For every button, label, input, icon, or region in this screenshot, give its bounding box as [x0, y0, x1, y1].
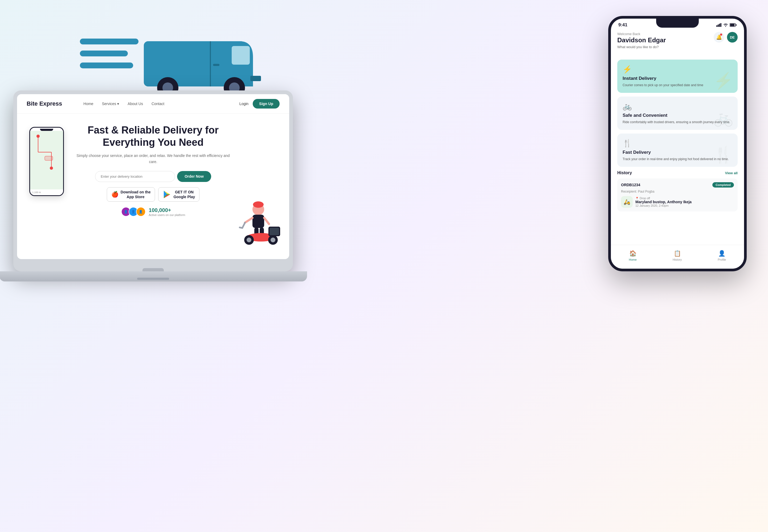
google-play-text: GET IT ON Google Play	[173, 190, 195, 199]
order-recipient: Receipient: Paul Pogba	[621, 190, 734, 193]
phone-bottom-bar: 1,100 m	[30, 189, 63, 195]
battery-icon	[730, 23, 737, 27]
store-badges: 🍎 Download on the App Store	[74, 187, 232, 202]
safe-convenient-card[interactable]: 🚲 Safe and Convenient Ride comfortably w…	[617, 97, 738, 130]
google-play-badge[interactable]: GET IT ON Google Play	[158, 187, 200, 202]
wifi-icon	[723, 23, 728, 27]
safe-bg-icon: 🚲	[713, 108, 733, 127]
mobile-header-row: Welcome Back Davidson Edgar What would y…	[617, 32, 738, 54]
greeting-small: Welcome Back	[617, 32, 666, 36]
truck-svg	[80, 12, 266, 97]
bottom-nav-home[interactable]: 🏠 Home	[629, 250, 637, 261]
svg-point-17	[50, 167, 53, 170]
truck-illustration	[53, 5, 293, 104]
fast-delivery-card[interactable]: 🍴 Fast Delivery Track your order in real…	[617, 134, 738, 167]
svg-point-34	[271, 238, 275, 242]
header-actions: 🔔 DE	[714, 32, 738, 43]
svg-line-27	[264, 218, 269, 224]
status-icons	[716, 23, 737, 27]
laptop-wrapper: Bite Express Home Services ▾ About Us Co…	[13, 90, 293, 282]
svg-rect-39	[716, 25, 717, 27]
web-hero: 1,100 m Fast & Reliable Delivery for Eve…	[17, 114, 289, 257]
app-store-text: Download on the App Store	[121, 190, 151, 199]
history-title: History	[617, 171, 632, 175]
svg-rect-42	[720, 23, 721, 27]
drop-off-label: Drop off	[635, 197, 692, 200]
user-count-number: 100,000+	[149, 207, 185, 213]
bottom-nav-history[interactable]: 📋 History	[673, 250, 682, 261]
order-now-button[interactable]: Order Now	[177, 171, 211, 182]
user-count-text: 100,000+ Active users on our platform	[149, 207, 185, 217]
web-nav-actions: Login Sign Up	[240, 99, 280, 109]
user-count-label: Active users on our platform	[149, 213, 185, 217]
bottom-nav-profile[interactable]: 👤 Profile	[718, 250, 726, 261]
user-avatar-button[interactable]: DE	[727, 32, 738, 43]
laptop-screen: Bite Express Home Services ▾ About Us Co…	[17, 94, 289, 259]
signal-icon	[716, 23, 722, 27]
laptop-base: MacBook Pro	[0, 271, 307, 281]
mobile-content: Welcome Back Davidson Edgar What would y…	[611, 28, 744, 262]
nav-contact[interactable]: Contact	[151, 102, 164, 106]
order-detail-text: Drop off Maryland bustop, Anthony Ikeja …	[635, 197, 692, 207]
web-nav-links: Home Services ▾ About Us Contact	[83, 102, 240, 106]
order-address: Maryland bustop, Anthony Ikeja	[635, 200, 692, 204]
user-count-row: 👤 👤 👤 100,000+ Active users on our p	[74, 207, 232, 217]
history-nav-icon: 📋	[674, 250, 681, 257]
mobile-status-bar: 9:41	[611, 19, 744, 28]
user-avatars: 👤 👤 👤	[121, 207, 146, 217]
web-navbar: Bite Express Home Services ▾ About Us Co…	[17, 94, 289, 114]
hero-center: Fast & Reliable Delivery for Everything …	[69, 122, 237, 257]
status-time: 9:41	[618, 22, 628, 28]
svg-rect-1	[80, 51, 128, 56]
avatar-3: 👤	[136, 207, 146, 217]
login-button[interactable]: Login	[240, 102, 249, 106]
svg-rect-36	[270, 228, 279, 235]
delivery-location-input[interactable]	[95, 171, 175, 182]
hero-title: Fast & Reliable Delivery for Everything …	[74, 124, 232, 148]
hero-search-row: Order Now	[74, 171, 232, 182]
greeting-name: Davidson Edgar	[617, 36, 666, 44]
sub-question: What would you like to do?	[617, 45, 666, 49]
svg-rect-5	[250, 76, 261, 81]
nav-home[interactable]: Home	[83, 102, 93, 106]
svg-rect-2	[80, 63, 133, 68]
svg-point-32	[247, 238, 251, 242]
mobile-greeting: Welcome Back Davidson Edgar What would y…	[617, 32, 666, 54]
signup-button[interactable]: Sign Up	[253, 99, 280, 109]
web-logo: Bite Express	[27, 100, 62, 107]
svg-rect-4	[232, 46, 250, 65]
notification-button[interactable]: 🔔	[714, 32, 724, 43]
order-detail-row: 🛵 Drop off Maryland bustop, Anthony Ikej…	[621, 196, 734, 208]
fast-bg-icon: 🍴	[713, 145, 733, 164]
hero-right	[237, 122, 280, 257]
apple-icon: 🍎	[111, 191, 118, 198]
nav-about[interactable]: About Us	[127, 102, 143, 106]
laptop-notch	[142, 268, 164, 271]
instant-delivery-card[interactable]: ⚡ Instant Delivery Courier comes to pick…	[617, 60, 738, 93]
google-play-icon	[163, 190, 171, 199]
svg-line-26	[245, 218, 253, 223]
order-card-header: ORDB1234 Completed	[621, 182, 734, 188]
app-store-badge[interactable]: 🍎 Download on the App Store	[107, 187, 155, 202]
mobile-wrapper: 9:41	[608, 16, 747, 282]
order-card[interactable]: ORDB1234 Completed Receipient: Paul Pogb…	[617, 178, 738, 211]
order-id: ORDB1234	[621, 183, 640, 187]
view-all-button[interactable]: View all	[725, 171, 738, 175]
scooter-svg	[229, 199, 282, 247]
svg-line-37	[242, 223, 245, 228]
svg-rect-40	[718, 24, 719, 27]
svg-rect-0	[80, 39, 138, 44]
svg-line-38	[240, 227, 242, 228]
phone-mockup: 1,100 m	[29, 127, 64, 196]
scooter-illustration	[229, 199, 282, 247]
notification-dot	[720, 34, 722, 36]
history-section-header: History View all	[617, 171, 738, 175]
svg-point-24	[253, 201, 264, 208]
phone-map	[30, 131, 63, 189]
svg-rect-11	[213, 64, 220, 66]
hero-subtitle: Simply choose your service, place an ord…	[74, 153, 232, 165]
svg-rect-18	[45, 156, 53, 160]
mobile-outer: 9:41	[608, 16, 747, 271]
laptop-outer: Bite Express Home Services ▾ About Us Co…	[13, 90, 293, 271]
nav-services[interactable]: Services ▾	[102, 102, 119, 106]
